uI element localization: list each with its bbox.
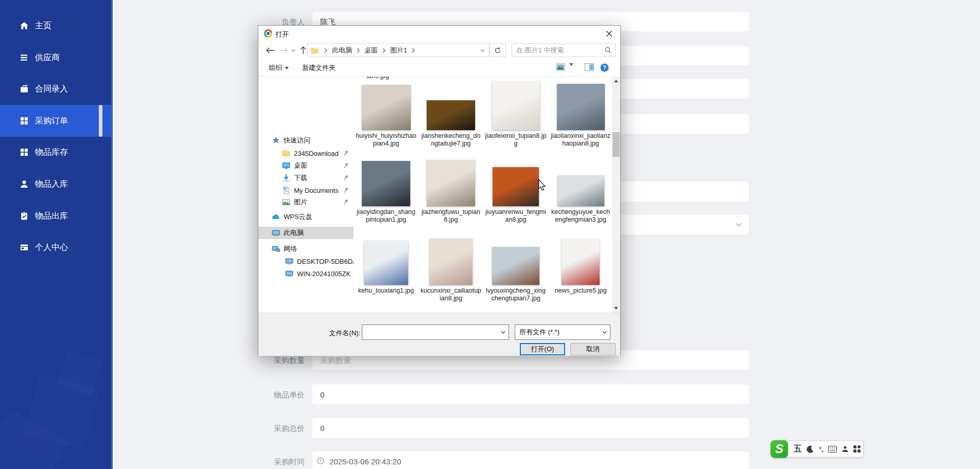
file-name[interactable]: jianshenkecheng_dongtaitujie7.jpg: [420, 132, 482, 148]
nav-item-网络[interactable]: 网络: [258, 243, 354, 255]
scroll-down-icon[interactable]: [612, 304, 620, 313]
nav-item-My Documents[interactable]: My Documents: [258, 184, 354, 196]
chevron-right-icon: [324, 48, 327, 53]
moon-icon[interactable]: [807, 445, 814, 453]
file-name[interactable]: kehu_touxiang1.jpg: [355, 287, 417, 295]
recent-locations-icon[interactable]: [289, 43, 296, 57]
chevron-down-icon: [480, 49, 485, 52]
filetype-value: 所有文件 (*.*): [519, 328, 559, 337]
unit-price-field[interactable]: [312, 385, 749, 404]
sogou-logo-icon[interactable]: S: [771, 440, 788, 458]
nav-item-label: 2345Download: [294, 150, 339, 157]
scrollbar-thumb[interactable]: [612, 132, 620, 157]
refresh-icon[interactable]: [489, 43, 506, 57]
file-thumbnail[interactable]: [427, 100, 475, 130]
computer-icon: [272, 229, 280, 237]
nav-item-此电脑[interactable]: 此电脑: [258, 227, 354, 239]
organize-label: 组织: [269, 63, 282, 73]
search-input[interactable]: 在 图片1 中搜索: [512, 43, 616, 57]
breadcrumb-item-此电脑[interactable]: 此电脑: [330, 46, 354, 55]
file-thumbnail[interactable]: [492, 247, 539, 285]
sidebar-item-label: 供应商: [35, 52, 60, 63]
nav-item-WIN-20241005ZK[interactable]: WIN-20241005ZK: [258, 267, 354, 280]
star-icon: [272, 136, 280, 145]
address-dropdown-icon[interactable]: [480, 49, 489, 52]
cloud-icon: [272, 213, 280, 221]
punctuation-icon[interactable]: °,: [819, 445, 824, 453]
keyboard-icon[interactable]: [828, 446, 837, 453]
file-name[interactable]: kucunxinxi_cailiaotupian8.jpg: [420, 287, 482, 302]
sidebar-item-供应商[interactable]: 供应商: [0, 42, 111, 74]
computer-icon: [285, 257, 293, 265]
sidebar-item-label: 物品入库: [35, 179, 68, 190]
file-name[interactable]: kechengyuyue_kechengfengmian3.jpg: [550, 208, 611, 224]
back-icon[interactable]: [265, 43, 276, 57]
preview-pane-icon[interactable]: [585, 63, 594, 71]
sidebar-item-label: 物品库存: [35, 147, 68, 158]
chevron-right-icon: [382, 48, 386, 53]
nav-item-label: 网络: [284, 244, 297, 254]
file-thumbnail[interactable]: [364, 241, 408, 285]
file-thumbnail[interactable]: [362, 85, 411, 130]
dialog-toolbar: 组织 新建文件夹 ?: [258, 59, 612, 77]
sidebar-item-个人中心[interactable]: 个人中心: [0, 231, 111, 263]
total-price-field[interactable]: [312, 418, 749, 438]
breadcrumb-item-桌面[interactable]: 桌面: [362, 46, 380, 55]
sidebar-scrollbar-thumb[interactable]: [99, 105, 102, 137]
file-name[interactable]: jiazhengfuwu_tupian6.jpg: [420, 208, 482, 224]
view-thumbnails-icon[interactable]: [556, 63, 565, 71]
cancel-button[interactable]: 取消: [570, 343, 616, 355]
file-thumbnail[interactable]: [492, 81, 540, 130]
new-folder-button[interactable]: 新建文件夹: [302, 63, 336, 73]
file-name[interactable]: lvyouxingcheng_xingchengtupian7.jpg: [485, 287, 547, 302]
file-thumbnail[interactable]: [562, 239, 600, 285]
organize-button[interactable]: 组织: [269, 63, 289, 73]
nav-item-快速访问[interactable]: 快速访问: [258, 134, 354, 147]
file-name[interactable]: huiyishi_huiyishizhaopian4.jpg: [355, 132, 417, 148]
file-thumbnail[interactable]: [557, 175, 604, 206]
file-name[interactable]: jiaoyidingdan_shangpintupian1.jpg: [355, 208, 417, 224]
file-name[interactable]: news_picture5.jpg: [550, 287, 611, 295]
person-icon[interactable]: [842, 445, 849, 453]
grid-icon: [20, 148, 29, 157]
filename-input[interactable]: [362, 324, 509, 340]
nav-item-桌面[interactable]: 桌面: [258, 159, 354, 172]
file-name[interactable]: jiaolianxinxi_jiaolianzhaopian8.jpg: [550, 132, 611, 148]
quantity-placeholder: 采购数量: [320, 356, 351, 366]
nav-item-WPS云盘[interactable]: WPS云盘: [258, 211, 354, 223]
sidebar-item-主页[interactable]: 主页: [0, 10, 111, 42]
sidebar-item-物品入库[interactable]: 物品入库: [0, 168, 111, 200]
nav-item-图片[interactable]: 图片: [258, 196, 354, 208]
sidebar-item-物品出库[interactable]: 物品出库: [0, 200, 111, 232]
view-dropdown-icon[interactable]: [569, 63, 573, 66]
resize-grip[interactable]: ⋰: [616, 352, 621, 357]
nav-item-label: 下载: [294, 173, 307, 183]
file-partial-label: lan9.jpg: [354, 77, 409, 80]
help-icon[interactable]: ?: [600, 63, 609, 72]
nav-item-2345Download[interactable]: 2345Download: [258, 147, 354, 159]
file-name[interactable]: jiaofeixinxi_tupian8.jpg: [485, 132, 547, 148]
breadcrumb-item-图片1[interactable]: 图片1: [388, 46, 409, 55]
sidebar-item-物品库存[interactable]: 物品库存: [0, 136, 111, 168]
file-grid: lan9.jpghuiyishi_huiyishizhaopian4.jpgji…: [354, 77, 612, 313]
sidebar-item-合同录入[interactable]: 合同录入: [0, 73, 111, 105]
file-thumbnail[interactable]: [493, 167, 539, 206]
nav-item-下载[interactable]: 下载: [258, 172, 354, 184]
sidebar-item-采购订单[interactable]: 采购订单: [0, 105, 111, 137]
file-grid-scrollbar[interactable]: [612, 77, 620, 313]
file-thumbnail[interactable]: [362, 161, 410, 206]
file-thumbnail[interactable]: [429, 239, 472, 285]
file-thumbnail[interactable]: [557, 84, 605, 130]
filename-label: 文件名(N):: [304, 329, 360, 338]
open-button[interactable]: 打开(O): [520, 343, 565, 355]
filetype-select[interactable]: 所有文件 (*.*): [515, 324, 610, 340]
ime-mode-label[interactable]: 五: [794, 444, 802, 455]
file-thumbnail[interactable]: [427, 160, 475, 206]
forward-icon[interactable]: [278, 43, 289, 57]
close-icon[interactable]: [598, 26, 620, 41]
file-name[interactable]: jiuyuanrenwu_fengmian8.jpg: [485, 208, 547, 224]
dialog-titlebar[interactable]: 打开: [258, 26, 620, 41]
toolbox-grid-icon[interactable]: [853, 445, 861, 453]
scroll-up-icon[interactable]: [612, 77, 620, 85]
nav-item-DESKTOP-5DB6DA[interactable]: DESKTOP-5DB6DA: [258, 255, 354, 267]
